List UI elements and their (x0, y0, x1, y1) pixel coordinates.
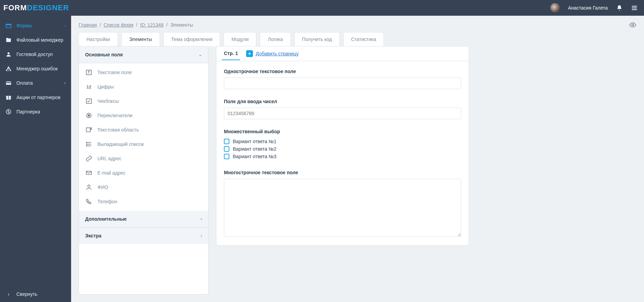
checkbox-icon[interactable] (224, 146, 229, 152)
breadcrumb-home[interactable]: Главная (79, 22, 97, 28)
affiliate-icon (5, 109, 12, 115)
svg-rect-5 (6, 39, 11, 42)
chevron-left-icon: ‹ (5, 291, 12, 297)
checkbox-option[interactable]: Вариант ответа №1 (224, 138, 461, 145)
palette-item-email-field[interactable]: E-mail адрес (79, 166, 208, 180)
field-label: Однострочное текстовое поле (224, 69, 461, 74)
palette-item-number-field[interactable]: 12 Цифры (79, 80, 208, 94)
add-page-button[interactable]: + Добавить страницу (246, 50, 298, 57)
name-field-icon (85, 183, 93, 191)
checkbox-label: Вариант ответа №1 (233, 139, 277, 144)
palette-item-text-field[interactable]: Текстовое поле (79, 65, 208, 80)
sidebar-collapse-button[interactable]: ‹ Свернуть (0, 286, 71, 302)
svg-rect-0 (632, 6, 637, 6)
tabs: Настройки Элементы Тема оформления Модул… (71, 32, 644, 46)
promotions-icon (5, 94, 12, 100)
checkbox-option[interactable]: Вариант ответа №2 (224, 145, 461, 153)
tab-modules[interactable]: Модули (224, 32, 256, 46)
canvas-field-textarea[interactable]: Многострочное текстовое поле (224, 170, 461, 238)
svg-rect-6 (6, 38, 8, 39)
palette-item-phone-field[interactable]: Телефон (79, 194, 208, 209)
sidebar-item-label: Акции от партнеров (16, 95, 61, 100)
palette-section-extra[interactable]: Экстра ‹ (79, 228, 208, 244)
palette-item-select-field[interactable]: Выпадающий список (79, 137, 208, 151)
tab-get-code[interactable]: Получить код (294, 32, 340, 46)
topbar: Главная / Список форм / ID: 121348 / Эле… (71, 16, 644, 32)
checkbox-option[interactable]: Вариант ответа №3 (224, 153, 461, 160)
canvas-field-checkboxes[interactable]: Множественный выбор Вариант ответа №1 Ва… (224, 129, 461, 160)
canvas-field-text[interactable]: Однострочное текстовое поле (224, 69, 461, 89)
palette-item-label: URL адрес (97, 156, 121, 161)
file-manager-icon (5, 37, 12, 43)
chevron-left-icon: ‹ (64, 81, 66, 85)
svg-rect-9 (8, 70, 9, 70)
palette-item-checkbox-field[interactable]: Чекбоксы (79, 94, 208, 108)
palette-item-radio-field[interactable]: Переключатели (79, 108, 208, 123)
palette-item-url-field[interactable]: URL адрес (79, 151, 208, 166)
svg-rect-4 (6, 24, 11, 25)
svg-rect-10 (6, 82, 11, 85)
palette-item-textarea-field[interactable]: Текстовая область (79, 123, 208, 137)
canvas-page-tab[interactable]: Стр. 1 (222, 47, 240, 60)
number-input[interactable] (224, 108, 461, 119)
sidebar-item-label: Гостевой доступ (16, 52, 53, 57)
sidebar-item-promotions[interactable]: Акции от партнеров (0, 90, 71, 105)
svg-point-16 (632, 24, 634, 26)
tab-theme[interactable]: Тема оформления (163, 32, 220, 46)
checkbox-icon[interactable] (224, 154, 229, 159)
breadcrumb-form-id[interactable]: ID: 121348 (140, 22, 164, 28)
username[interactable]: Анастасия Галета (568, 5, 608, 11)
forms-icon (5, 23, 12, 29)
breadcrumb-current: Элементы (170, 22, 193, 28)
canvas-field-number[interactable]: Поле для ввода чисел (224, 99, 461, 119)
avatar[interactable] (550, 3, 560, 13)
sidebar-item-label: Формы (16, 23, 32, 28)
sidebar-item-file-manager[interactable]: Файловый менеджер (0, 33, 71, 47)
palette-basic-list: Текстовое поле 12 Цифры Чекбоксы Переклю… (79, 63, 208, 211)
tab-logic[interactable]: Логика (260, 32, 291, 46)
main-content: Главная / Список форм / ID: 121348 / Эле… (71, 16, 644, 302)
sidebar-item-label: Партнерка (16, 109, 40, 114)
tab-elements[interactable]: Элементы (121, 32, 160, 46)
palette-item-label: E-mail адрес (97, 170, 125, 176)
bell-icon[interactable] (616, 4, 623, 11)
breadcrumb-forms-list[interactable]: Список форм (104, 22, 133, 28)
sidebar-item-error-manager[interactable]: Менеджер ошибок (0, 61, 71, 76)
palette-item-label: Выпадающий список (97, 141, 144, 147)
sidebar-item-label: Оплата (16, 80, 33, 86)
radio-field-icon (85, 112, 93, 119)
svg-rect-21 (86, 128, 91, 132)
canvas-page-tabs: Стр. 1 + Добавить страницу (216, 46, 469, 61)
field-palette: Основные поля ⌄ Текстовое поле 12 Цифры … (79, 46, 209, 294)
tab-statistics[interactable]: Статистика (343, 32, 384, 46)
sidebar-item-affiliate[interactable]: Партнерка (0, 105, 71, 119)
sidebar-item-label: Менеджер ошибок (16, 66, 58, 71)
checkbox-icon[interactable] (224, 139, 229, 144)
palette-item-label: Телефон (97, 199, 117, 204)
svg-point-28 (86, 146, 87, 146)
sidebar-item-payment[interactable]: Оплата ‹ (0, 76, 71, 90)
palette-item-name-field[interactable]: ФИО (79, 180, 208, 194)
textarea-input[interactable] (224, 179, 461, 237)
app-logo[interactable]: FORMDESIGNER (3, 3, 69, 12)
palette-section-basic[interactable]: Основные поля ⌄ (79, 46, 208, 63)
tab-settings[interactable]: Настройки (79, 32, 118, 46)
app-header: FORMDESIGNER Анастасия Галета (0, 0, 644, 16)
form-canvas-wrap: Стр. 1 + Добавить страницу Однострочное … (216, 46, 469, 294)
palette-section-additional[interactable]: Дополнительные ‹ (79, 211, 208, 228)
palette-item-label: Текстовое поле (97, 70, 132, 75)
error-manager-icon (5, 66, 12, 72)
text-field-icon (85, 69, 93, 76)
sidebar-item-forms[interactable]: Формы ‹ (0, 18, 71, 33)
preview-icon[interactable] (629, 21, 636, 29)
svg-rect-22 (91, 128, 92, 129)
text-input[interactable] (224, 78, 461, 89)
menu-icon[interactable] (631, 4, 638, 11)
canvas-page-tab-label: Стр. 1 (224, 51, 238, 56)
field-label: Множественный выбор (224, 129, 461, 134)
sidebar-item-guest-access[interactable]: Гостевой доступ (0, 47, 71, 61)
phone-field-icon (85, 198, 93, 205)
svg-rect-2 (632, 9, 637, 10)
palette-section-title: Дополнительные (85, 216, 127, 222)
sidebar-item-label: Файловый менеджер (16, 37, 63, 43)
